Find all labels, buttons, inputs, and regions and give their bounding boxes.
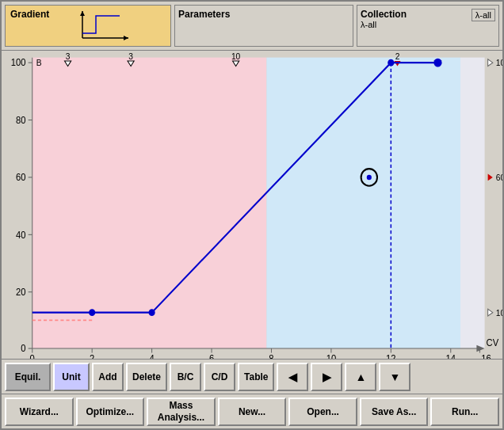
- svg-text:14: 14: [446, 354, 456, 359]
- svg-text:60%: 60%: [496, 173, 502, 182]
- svg-text:3: 3: [66, 51, 71, 61]
- optimize-button[interactable]: Optimize...: [76, 398, 145, 426]
- collection-info: Collection λ-all: [361, 9, 407, 29]
- delete-button[interactable]: Delete: [126, 363, 167, 391]
- parameters-label: Parameters: [178, 9, 230, 20]
- cd-button[interactable]: C/D: [204, 363, 235, 391]
- arrow-down-button[interactable]: ▼: [379, 363, 410, 391]
- run-button[interactable]: Run...: [430, 398, 499, 426]
- svg-marker-59: [488, 59, 493, 67]
- new-button[interactable]: New...: [218, 398, 287, 426]
- svg-text:B: B: [36, 58, 42, 67]
- table-button[interactable]: Table: [238, 363, 274, 391]
- arrow-left-button[interactable]: ◀: [277, 363, 308, 391]
- save-as-button[interactable]: Save As...: [360, 398, 429, 426]
- svg-text:CV: CV: [487, 338, 499, 348]
- svg-text:3: 3: [128, 51, 133, 61]
- svg-text:10%: 10%: [496, 308, 502, 318]
- svg-text:100%: 100%: [496, 58, 502, 67]
- svg-text:2: 2: [90, 354, 94, 359]
- svg-text:2: 2: [395, 51, 400, 61]
- collection-label: Collection: [361, 9, 407, 20]
- svg-rect-6: [460, 58, 485, 348]
- svg-text:16: 16: [481, 354, 491, 359]
- gradient-chart: [76, 10, 132, 43]
- unit-button[interactable]: Unit: [53, 363, 90, 391]
- svg-point-55: [89, 309, 95, 316]
- button-row-1: Equil. Unit Add Delete B/C C/D Table ◀ ▶…: [2, 359, 502, 394]
- svg-text:80: 80: [16, 116, 25, 125]
- svg-text:0: 0: [30, 354, 35, 359]
- collection-lambda: λ-all: [361, 20, 407, 29]
- collection-panel: Collection λ-all λ-all: [357, 5, 499, 47]
- main-container: Gradient Parameters Collection λ-all: [0, 0, 504, 430]
- svg-marker-63: [488, 309, 493, 316]
- gradient-panel: Gradient: [5, 5, 171, 47]
- svg-text:20: 20: [16, 287, 25, 297]
- chart-svg-container: 100 B 80 60 40 20 0 0: [2, 51, 502, 359]
- wizard-button[interactable]: Wizard...: [5, 398, 74, 426]
- chart-area: 100 B 80 60 40 20 0 0: [2, 51, 502, 359]
- bc-button[interactable]: B/C: [170, 363, 201, 391]
- svg-text:10: 10: [231, 51, 240, 61]
- svg-text:4: 4: [149, 354, 155, 359]
- svg-text:10: 10: [326, 354, 336, 359]
- gradient-label: Gradient: [10, 9, 49, 20]
- svg-point-58: [433, 59, 441, 67]
- collection-lambda-right: λ-all: [472, 9, 495, 21]
- svg-text:100: 100: [11, 58, 26, 67]
- svg-rect-5: [266, 58, 460, 348]
- main-chart-svg: 100 B 80 60 40 20 0 0: [2, 51, 502, 359]
- arrow-right-button[interactable]: ▶: [311, 363, 342, 391]
- top-bar: Gradient Parameters Collection λ-all: [2, 2, 502, 51]
- svg-text:8: 8: [269, 354, 273, 359]
- svg-point-57: [388, 59, 394, 67]
- button-row-2: Wizard... Optimize... Mass Analysis... N…: [2, 394, 502, 428]
- svg-text:60: 60: [16, 173, 25, 182]
- arrow-up-button[interactable]: ▲: [345, 363, 376, 391]
- svg-marker-61: [488, 174, 493, 181]
- svg-text:12: 12: [386, 354, 395, 359]
- svg-text:40: 40: [16, 230, 25, 239]
- add-button[interactable]: Add: [92, 363, 124, 391]
- svg-marker-3: [124, 36, 128, 40]
- parameters-panel: Parameters: [174, 5, 353, 47]
- svg-marker-2: [80, 11, 85, 16]
- svg-text:0: 0: [21, 344, 25, 353]
- svg-rect-4: [32, 58, 267, 348]
- equil-button[interactable]: Equil.: [5, 363, 51, 391]
- mass-analysis-button[interactable]: Mass Analysis...: [147, 398, 216, 426]
- svg-point-54: [367, 175, 372, 180]
- svg-point-56: [149, 309, 155, 316]
- svg-text:6: 6: [209, 354, 214, 359]
- open-button[interactable]: Open...: [288, 398, 357, 426]
